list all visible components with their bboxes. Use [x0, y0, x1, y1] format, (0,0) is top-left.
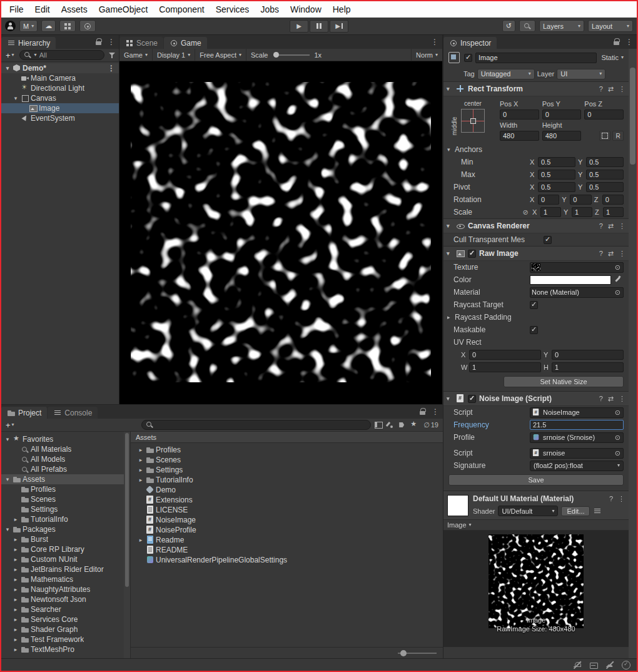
noise-image-enabled-checkbox[interactable]	[468, 395, 476, 403]
asset-item-license[interactable]: LICENSE	[133, 505, 443, 515]
account-avatar[interactable]	[5, 21, 16, 31]
foldout-icon[interactable]: ▸	[12, 586, 19, 593]
display-dropdown[interactable]: Display 1 ▾	[153, 49, 195, 61]
object-picker-icon[interactable]: ⊙	[615, 449, 622, 457]
cloud-offline-icon[interactable]	[605, 661, 614, 669]
presets-icon[interactable]: ⇄	[608, 85, 614, 93]
search-by-type-icon[interactable]	[386, 420, 395, 429]
lock-icon[interactable]	[612, 38, 621, 46]
color-field[interactable]	[530, 275, 611, 285]
foldout-icon[interactable]: ▸	[12, 636, 19, 643]
raw-image-header[interactable]: ▾ Raw Image ? ⇄ ⋮	[443, 246, 629, 261]
tag-dropdown[interactable]: Untagged ▾	[477, 69, 535, 79]
foldout-icon[interactable]: ▾	[447, 250, 453, 257]
uv-h-field[interactable]	[552, 362, 624, 372]
frequency-field[interactable]	[530, 420, 624, 430]
scrollbar-thumb[interactable]	[630, 68, 635, 165]
project-tree-item-textmeshpro[interactable]: ▸TextMeshPro	[1, 644, 124, 654]
rotation-x-field[interactable]	[538, 195, 559, 205]
foldout-icon[interactable]: ▸	[12, 536, 19, 542]
tab-hierarchy[interactable]: Hierarchy	[1, 37, 56, 49]
tab-project[interactable]: Project	[1, 407, 47, 419]
height-field[interactable]	[542, 131, 582, 141]
more-icon[interactable]: ⋮	[108, 64, 119, 73]
raycast-target-checkbox[interactable]	[530, 301, 538, 309]
menu-help[interactable]: Help	[327, 4, 357, 14]
foldout-icon[interactable]: ▾	[4, 65, 11, 71]
scale-link-toggle-icon[interactable]: ⊘	[521, 208, 530, 216]
menu-component[interactable]: Component	[153, 4, 210, 14]
vsync-dropdown[interactable]: Norm ▾	[411, 49, 442, 61]
anchor-max-x-field[interactable]	[538, 170, 575, 180]
canvas-renderer-header[interactable]: ▾ Canvas Renderer ? ⇄ ⋮	[443, 218, 629, 233]
project-tree-item-naughtyattributes[interactable]: ▸NaughtyAttributes	[1, 584, 124, 594]
menu-services[interactable]: Services	[210, 4, 255, 14]
material-menu-icon[interactable]	[593, 507, 602, 516]
project-tree-item-test-framework[interactable]: ▸Test Framework	[1, 634, 124, 644]
notifications-muted-icon[interactable]	[573, 661, 582, 669]
version-control-dropdown[interactable]: M ▾	[19, 20, 38, 32]
create-asset-button[interactable]: + ▾	[4, 420, 16, 430]
width-field[interactable]	[500, 131, 539, 141]
foldout-icon[interactable]: ▾	[447, 86, 453, 92]
lock-icon[interactable]	[94, 38, 103, 46]
pivot-y-field[interactable]	[586, 182, 624, 192]
foldout-icon[interactable]: ▾	[4, 476, 11, 482]
profile-script-field[interactable]: srnoise ⊙	[530, 448, 624, 459]
preview-mode-dropdown[interactable]: Image ▾	[447, 521, 472, 529]
pivot-x-field[interactable]	[538, 182, 575, 192]
pos-y-field[interactable]	[542, 109, 582, 120]
menu-gameobject[interactable]: GameObject	[93, 4, 154, 14]
asset-item-scenes[interactable]: ▸Scenes	[133, 455, 443, 465]
pos-x-field[interactable]	[500, 109, 539, 120]
scale-z-field[interactable]	[603, 207, 624, 217]
anchors-foldout[interactable]: ▾ Anchors	[443, 143, 629, 156]
rotation-z-field[interactable]	[602, 195, 624, 205]
project-tree-item-searcher[interactable]: ▸Searcher	[1, 604, 124, 614]
save-search-icon[interactable]	[410, 420, 418, 429]
project-tree-item-profiles[interactable]: Profiles	[1, 484, 124, 494]
focus-mode-button[interactable]	[79, 20, 96, 32]
scrollbar-thumb[interactable]	[125, 433, 129, 587]
project-tree-item-assets[interactable]: ▾Assets	[1, 474, 124, 484]
scale-slider[interactable]	[273, 54, 310, 56]
tab-game[interactable]: Game	[164, 37, 207, 49]
pause-button[interactable]	[310, 20, 328, 33]
project-tree-item-favorites[interactable]: ▾Favorites	[1, 434, 124, 444]
menu-file[interactable]: File	[4, 4, 29, 14]
project-tree-item-newtonsoft-json[interactable]: ▸Newtonsoft Json	[1, 594, 124, 604]
cull-transparent-checkbox[interactable]	[544, 236, 552, 244]
filter-icon[interactable]	[108, 51, 116, 59]
aspect-dropdown[interactable]: Free Aspect ▾	[195, 49, 246, 61]
foldout-icon[interactable]: ▾	[447, 395, 453, 402]
foldout-icon[interactable]: ▸	[12, 556, 19, 563]
material-field[interactable]: None (Material) ⊙	[530, 287, 624, 298]
object-picker-icon[interactable]: ⊙	[615, 263, 622, 272]
save-button[interactable]: Save	[448, 474, 624, 486]
project-tree-item-all-materials[interactable]: All Materials	[1, 444, 124, 454]
foldout-icon[interactable]: ▾	[4, 526, 11, 532]
scale-slider-knob[interactable]	[273, 52, 279, 58]
rotation-y-field[interactable]	[570, 195, 591, 205]
hierarchy-search-input[interactable]: ▾ All	[19, 50, 104, 60]
active-checkbox[interactable]	[464, 54, 472, 62]
project-tree-item-mathematics[interactable]: ▸Mathematics	[1, 574, 124, 584]
hierarchy-item-directional-light[interactable]: Directional Light	[1, 83, 119, 93]
icon-size-slider[interactable]	[398, 653, 437, 654]
project-tree-item-settings[interactable]: Settings	[1, 504, 124, 514]
texture-field[interactable]: ⊙	[530, 262, 624, 273]
object-picker-icon[interactable]: ⊙	[615, 288, 622, 297]
anchor-min-x-field[interactable]	[538, 157, 575, 167]
pos-z-field[interactable]	[584, 109, 624, 120]
project-tree-item-tutorialinfo[interactable]: ▸TutorialInfo	[1, 514, 124, 524]
background-tasks-icon[interactable]	[622, 661, 630, 669]
anchor-max-y-field[interactable]	[586, 170, 624, 180]
more-icon[interactable]: ⋮	[619, 395, 625, 403]
layers-dropdown[interactable]: Layers ▾	[539, 20, 584, 32]
asset-item-noiseprofile[interactable]: NoiseProfile	[133, 525, 443, 535]
rect-transform-header[interactable]: ▾ Rect Transform ? ⇄ ⋮	[443, 81, 629, 96]
hierarchy-item-image[interactable]: Image	[1, 103, 119, 113]
presets-icon[interactable]: ⇄	[608, 250, 614, 258]
more-icon[interactable]: ⋮	[619, 222, 625, 230]
create-object-button[interactable]: + ▾	[4, 51, 16, 60]
